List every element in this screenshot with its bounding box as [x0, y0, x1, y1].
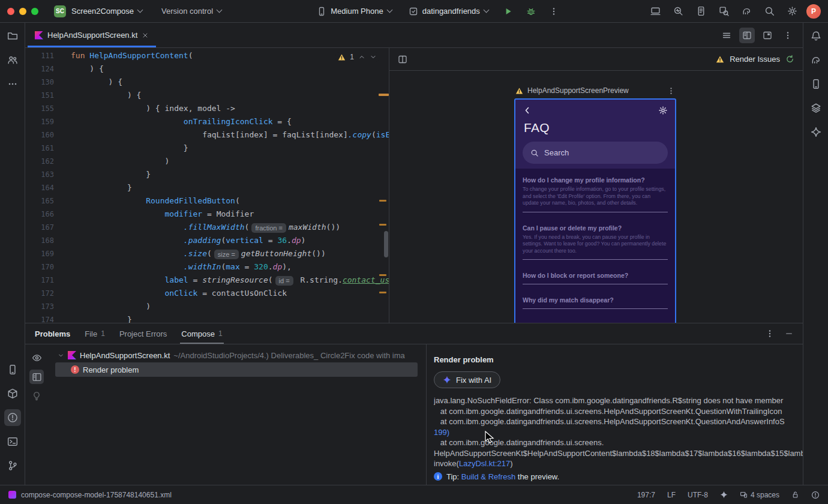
problems-tool-button[interactable] [4, 409, 21, 426]
chevron-down-icon [483, 7, 489, 13]
code-line: 124) { [25, 62, 389, 76]
code-line: 166modifier = Modifier [25, 208, 389, 221]
profiler-button[interactable] [670, 3, 686, 20]
editor-scrollbar[interactable] [384, 231, 388, 257]
run-button[interactable] [500, 3, 517, 20]
gradle-tool-button[interactable] [808, 52, 824, 68]
version-control-menu[interactable]: Version control [156, 3, 227, 20]
layout-inspector-button[interactable] [808, 100, 824, 116]
project-selector[interactable]: Screen2Compose [66, 3, 148, 20]
tree-file-path: ~/AndroidStudioProjects/4.) Deliverables… [173, 351, 404, 360]
code-line: 162) [25, 155, 389, 168]
eye-icon [32, 353, 42, 363]
panel-tab-file[interactable]: File1 [85, 323, 105, 344]
faq-divider [523, 259, 668, 260]
tree-file-row[interactable]: HelpAndSupportScreen.kt ~/AndroidStudioP… [48, 348, 426, 362]
gear-icon [658, 106, 668, 115]
problem-detail-title: Render problem [434, 355, 803, 364]
pull-requests-tool-button[interactable] [4, 52, 21, 68]
ai-status-sparkle-icon[interactable] [720, 491, 728, 499]
zoom-window-button[interactable] [31, 8, 38, 15]
code-line: 163} [25, 168, 389, 181]
close-window-button[interactable] [7, 8, 14, 15]
code-line: 130) { [25, 76, 389, 89]
encoding-widget[interactable]: UTF-8 [688, 491, 708, 499]
minimize-icon[interactable] [785, 329, 793, 338]
warning-triangle-icon [515, 87, 523, 95]
running-devices-button[interactable] [647, 3, 664, 20]
debug-button[interactable] [523, 3, 539, 20]
line-number: 160 [25, 128, 54, 142]
indent-widget[interactable]: 4 spaces [740, 491, 779, 499]
build-tool-button[interactable] [4, 385, 21, 402]
git-tool-button[interactable] [4, 457, 21, 474]
more-run-actions-button[interactable] [545, 3, 562, 20]
terminal-tool-button[interactable] [4, 433, 21, 450]
settings-button[interactable] [784, 3, 800, 20]
logcat-button[interactable] [692, 3, 709, 20]
inspections-widget[interactable]: 1 [335, 52, 379, 62]
panel-tab-compose[interactable]: Compose1 [181, 323, 222, 344]
left-tool-stripe [0, 23, 25, 485]
run-config-selector[interactable]: datingandfriends [403, 3, 494, 20]
project-tool-button[interactable] [4, 28, 21, 44]
chevron-down-icon [137, 7, 143, 13]
panel-tab-project-errors[interactable]: Project Errors [119, 323, 167, 344]
editor-tab[interactable]: HelpAndSupportScreen.kt [28, 23, 156, 47]
notifications-button[interactable] [808, 28, 824, 44]
preview-toggle-button[interactable] [29, 350, 44, 365]
faq-question: Can I pause or delete my profile? [523, 212, 668, 232]
device-selector[interactable]: Medium Phone [311, 3, 397, 20]
status-file-reference: compose-compose-model-1758748140651.xml [21, 491, 172, 499]
editor-options-button[interactable] [780, 28, 796, 43]
line-number: 162 [25, 155, 54, 168]
code-line: 159onTrailingIconClick = { [25, 115, 389, 128]
preview-phone-frame[interactable]: FAQ Search How do I change my profile in… [514, 98, 676, 323]
problems-icon [7, 412, 18, 423]
close-icon[interactable] [142, 32, 149, 39]
phone-search-bar: Search [523, 142, 668, 164]
kotlin-file-icon [68, 351, 76, 359]
details-view-button[interactable] [29, 370, 44, 384]
device-manager-button[interactable] [808, 76, 824, 92]
fix-with-ai-button[interactable]: Fix with AI [434, 371, 500, 388]
quickfix-button[interactable] [29, 389, 44, 403]
chevron-down-icon[interactable] [58, 352, 64, 359]
gradle-sync-button[interactable] [738, 3, 755, 20]
code-editor[interactable]: 111fun HelpAndSupportContent(124) {130) … [25, 48, 389, 323]
alert-circle-icon[interactable] [811, 491, 820, 499]
bug-icon [526, 7, 536, 16]
kebab-menu-icon[interactable] [667, 87, 675, 95]
code-line: 111fun HelpAndSupportContent( [25, 49, 389, 62]
status-widgets: 197:7 LF UTF-8 4 spaces [637, 491, 820, 499]
stack-link[interactable]: 199) [434, 428, 449, 437]
line-number: 111 [25, 49, 54, 62]
line-number: 169 [25, 247, 54, 260]
layers-icon [811, 103, 821, 113]
stack-link[interactable]: LazyDsl.kt:217 [459, 459, 510, 468]
tree-problem-row[interactable]: ! Render problem [55, 362, 418, 377]
build-refresh-link[interactable]: Build & Refresh [461, 472, 515, 481]
refresh-icon[interactable] [785, 55, 794, 64]
faq-item: Why did my match disappear? [523, 284, 668, 309]
kebab-menu-icon[interactable] [766, 329, 774, 338]
search-everywhere-button[interactable] [761, 3, 778, 20]
next-warning-icon[interactable] [370, 53, 377, 61]
more-tool-windows-button[interactable] [4, 76, 21, 92]
split-view-button[interactable] [739, 28, 755, 43]
code-view-button[interactable] [719, 28, 734, 43]
gemini-button[interactable] [808, 124, 824, 140]
split-grid-icon[interactable] [398, 55, 407, 64]
prev-warning-icon[interactable] [358, 53, 365, 61]
design-view-button[interactable] [760, 28, 775, 43]
caret-position-widget[interactable]: 197:7 [637, 491, 655, 499]
line-separator-widget[interactable]: LF [667, 491, 676, 499]
render-issues-label[interactable]: Render Issues [730, 55, 780, 64]
lock-open-icon[interactable] [791, 491, 799, 499]
devices-small-icon [740, 491, 748, 499]
minimize-window-button[interactable] [19, 8, 26, 15]
device-explorer-tool-button[interactable] [4, 361, 21, 378]
user-avatar[interactable]: P [806, 4, 821, 19]
lightbulb-icon [32, 391, 41, 401]
app-inspection-button[interactable] [715, 3, 732, 20]
